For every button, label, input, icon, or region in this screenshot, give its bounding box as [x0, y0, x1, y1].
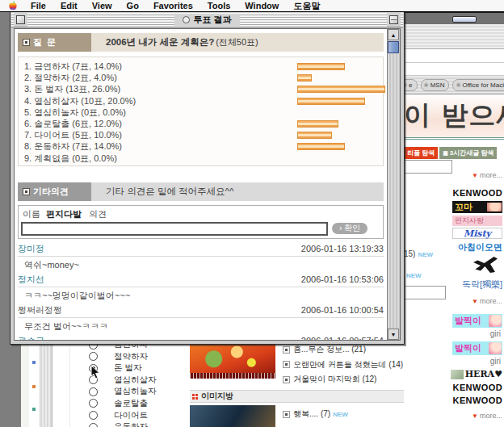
window-titlebar[interactable]: 투표 결과 [11, 13, 403, 27]
ad-banner[interactable]: KENWOOD [453, 396, 502, 405]
browser-titlebar[interactable] [404, 13, 504, 24]
ad-banner[interactable]: giri [490, 329, 501, 338]
menu-item[interactable]: View [85, 1, 120, 10]
mini-icon [32, 408, 36, 411]
ad-banner[interactable]: giri [490, 357, 501, 366]
comment-author[interactable]: 장미정 [18, 243, 44, 255]
favorites-button[interactable]: Office for Macin [452, 79, 504, 91]
radio-button[interactable] [89, 399, 98, 408]
radio-label[interactable]: 열심히놀자 [114, 386, 157, 397]
search-box[interactable] [404, 286, 446, 299]
submit-button[interactable]: 확인 [332, 223, 368, 234]
comment-text: 무조건 벌어~~ㅋㅋㅋ [18, 320, 384, 331]
radio-label[interactable]: 돈 벌자 [114, 362, 141, 374]
menu-item[interactable]: Go [120, 1, 146, 10]
opinion-input[interactable] [21, 222, 328, 236]
board-item[interactable]: 행복.... (7) NEW [283, 408, 402, 420]
radio-button[interactable] [89, 387, 98, 396]
comment-author[interactable]: 곽승균 [18, 335, 44, 340]
radio-label[interactable]: 솔로탈출 [114, 398, 148, 409]
poll-window: 투표 결과 ▲ ▼ 질 문 2006년 내가 세운 계획은? (전체50표 [10, 11, 405, 345]
ad-banner[interactable]: more... [472, 412, 502, 420]
address-bar[interactable] [404, 49, 504, 63]
titlebar-widget[interactable] [452, 16, 477, 23]
favorites-bar: e MSNOffice for Macin [404, 76, 504, 94]
close-box[interactable] [16, 15, 25, 24]
board-bullet-icon [283, 376, 290, 383]
image-section-icon [192, 394, 198, 400]
radio-row[interactable]: 다이어트 [89, 411, 157, 421]
scroll-down-icon[interactable]: ▼ [388, 329, 399, 340]
ad-banner[interactable]: 꼬마 [452, 201, 502, 213]
scrollbar[interactable]: ▲ ▼ [387, 29, 400, 340]
poll-option-bar [297, 120, 338, 128]
favorites-button[interactable]: MSN [421, 79, 450, 91]
board-item[interactable]: 오랜만에 커튼을 젖혔는데 (14) [283, 359, 402, 370]
name-value: 편지다발 [46, 209, 82, 219]
poll-option-row: 6. 솔로탈출 (6표, 12.0%) [19, 118, 383, 129]
question-header: 질 문 2006년 내가 세운 계획은? (전체50표) [18, 33, 384, 52]
ad-banner[interactable]: Misty [452, 228, 502, 239]
search-box[interactable] [404, 160, 452, 174]
radio-button[interactable] [89, 411, 98, 420]
section-bullet-icon [23, 39, 30, 46]
radio-row[interactable]: 솔로탈출 [89, 399, 157, 408]
scroll-thumb[interactable] [388, 41, 399, 53]
ad-banner[interactable]: 아침이오면 [458, 241, 502, 253]
new-badge: NEW [333, 411, 348, 418]
scrollbar-strip[interactable] [39, 343, 52, 427]
ad-banner[interactable]: more... [472, 171, 502, 179]
radio-row[interactable]: 운동하자 [89, 422, 157, 427]
ad-banner[interactable]: 편지사랑 [452, 216, 502, 226]
radio-label[interactable]: 열심히살자 [114, 375, 157, 386]
radio-button[interactable] [89, 423, 98, 427]
menu-item[interactable]: Edit [53, 1, 85, 10]
new-posts-badge[interactable]: 3시간새글 탐색 [439, 147, 497, 159]
reply-search-badge[interactable]: 리플 탐색 [404, 147, 438, 159]
comment-author[interactable]: 정지선 [18, 274, 44, 286]
photo-thumbnail[interactable] [190, 405, 275, 427]
comment-divider [18, 256, 384, 257]
comment: 쩡쩌러정쩡 2006-01-16 10:00:54 무조건 벌어~~ㅋㅋㅋ [18, 305, 384, 331]
board-item[interactable]: 겨울맞이 마지막회 (12) [283, 374, 402, 385]
menu-item[interactable]: File [23, 1, 53, 10]
scroll-up-icon[interactable]: ▲ [388, 29, 399, 40]
ad-banner[interactable] [473, 257, 498, 273]
board-bullet-icon [283, 411, 290, 418]
ad-banner[interactable]: 발찍이 [452, 341, 502, 355]
ad-banner[interactable]: KENWOOD [453, 383, 502, 392]
apple-menu-icon[interactable] [8, 1, 17, 10]
search-badges: 리플 탐색 3시간새글 탐색 [404, 147, 497, 159]
poll-option-text: 9. 계획없음 (0표, 0.0%) [24, 153, 117, 163]
status-row [404, 64, 504, 76]
comment-date: 2006-01-16 09:57:54 [301, 336, 384, 340]
ad-banner[interactable]: more... [472, 297, 502, 305]
window-title: 투표 결과 [174, 14, 239, 26]
poll-option-bar [297, 143, 345, 150]
ad-banner[interactable]: KENWOOD [453, 188, 502, 198]
browser-panel: e MSNOffice for Macin 이 받으세 리플 탐색 3시간새글 … [404, 11, 504, 427]
menu-item[interactable]: Favorites [146, 1, 200, 10]
list-fragment: NEW [404, 270, 422, 279]
radio-label[interactable]: 절약하자 [114, 351, 148, 362]
radio-label[interactable]: 다이어트 [114, 410, 148, 421]
menu-item[interactable]: Window [237, 1, 286, 10]
ad-banner[interactable]: 발찍이 [452, 314, 502, 328]
comment-divider [18, 317, 384, 318]
comment-author[interactable]: 쩡쩌러정쩡 [18, 304, 62, 316]
menu-item[interactable]: Tools [200, 1, 238, 10]
radio-row[interactable]: 열심히놀자 [89, 387, 157, 396]
favorites-button[interactable]: e [404, 79, 418, 91]
photo-thumbnail[interactable] [190, 343, 275, 379]
radio-button[interactable] [89, 352, 98, 361]
radio-label[interactable]: 운동하자 [114, 421, 148, 427]
radio-row[interactable]: 절약하자 [89, 352, 157, 362]
ad-banner[interactable]: 독락[獨樂] [462, 278, 502, 291]
menu-item[interactable]: 도움말 [286, 0, 327, 12]
collapse-box[interactable] [389, 15, 398, 24]
image-section-title: 이미지방 [201, 391, 233, 402]
ad-banner[interactable]: HERA♥ [451, 369, 502, 379]
window-body: ▲ ▼ 질 문 2006년 내가 세운 계획은? (전체50표) [14, 28, 401, 341]
board-item[interactable]: 흠...무슨 정보... (21) [283, 344, 402, 355]
name-label: 이름 [23, 209, 40, 219]
